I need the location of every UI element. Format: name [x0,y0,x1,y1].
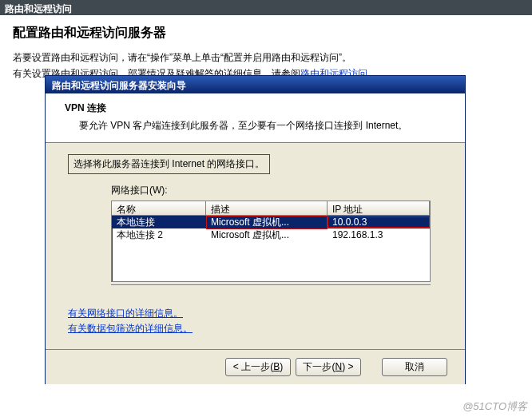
cell-desc: Microsoft 虚拟机... [206,228,328,242]
info-link-packetfilter[interactable]: 有关数据包筛选的详细信息。 [68,323,193,334]
wizard-body: 选择将此服务器连接到 Internet 的网络接口。 网络接口(W): 名称 描… [46,143,465,349]
wizard-window: 路由和远程访问服务器安装向导 VPN 连接 要允许 VPN 客户端连接到此服务器… [45,75,466,384]
listview-header: 名称 描述 IP 地址 [112,201,430,216]
wizard-header-desc: 要允许 VPN 客户端连接到此服务器，至少要有一个网络接口连接到 Interne… [65,118,446,133]
cell-name: 本地连接 [112,216,206,229]
back-button[interactable]: < 上一步(B) [225,358,291,376]
app-title-bar: 路由和远程访问 [0,0,532,15]
next-button[interactable]: 下一步(N) > [296,358,361,376]
interfaces-listview[interactable]: 名称 描述 IP 地址 本地连接 Microsoft 虚拟机... 10.0.0… [111,201,431,282]
wizard-title: 路由和远程访问服务器安装向导 [52,80,186,91]
wizard-header: VPN 连接 要允许 VPN 客户端连接到此服务器，至少要有一个网络接口连接到 … [46,93,465,143]
interfaces-label: 网络接口(W): [111,184,443,197]
table-row[interactable]: 本地连接 Microsoft 虚拟机... 10.0.0.3 [112,216,430,228]
col-desc[interactable]: 描述 [206,201,328,215]
wizard-titlebar: 路由和远程访问服务器安装向导 [46,76,465,93]
instruction-box: 选择将此服务器连接到 Internet 的网络接口。 [68,154,270,174]
cell-name: 本地连接 2 [112,228,206,242]
app-title: 路由和远程访问 [5,3,72,14]
info-link-interfaces[interactable]: 有关网络接口的详细信息。 [68,308,183,319]
wizard-footer: < 上一步(B) 下一步(N) > 取消 [46,349,465,384]
info-links: 有关网络接口的详细信息。 有关数据包筛选的详细信息。 [68,306,193,336]
listview-divider [111,284,431,285]
col-ip[interactable]: IP 地址 [328,201,430,215]
table-row[interactable]: 本地连接 2 Microsoft 虚拟机... 192.168.1.3 [112,228,430,241]
col-name[interactable]: 名称 [112,201,206,215]
page-title: 配置路由和远程访问服务器 [13,25,519,42]
cell-ip: 192.168.1.3 [328,229,430,240]
cell-desc: Microsoft 虚拟机... [206,216,328,229]
intro-line1: 若要设置路由和远程访问，请在“操作”菜单上单击“配置并启用路由和远程访问”。 [13,52,351,63]
cell-ip: 10.0.0.3 [328,216,430,228]
watermark: @51CTO博客 [463,399,527,414]
content-area: 配置路由和远程访问服务器 若要设置路由和远程访问，请在“操作”菜单上单击“配置并… [0,15,532,82]
cancel-button[interactable]: 取消 [382,358,447,376]
instruction-text: 选择将此服务器连接到 Internet 的网络接口。 [73,158,264,169]
wizard-header-title: VPN 连接 [65,101,446,115]
